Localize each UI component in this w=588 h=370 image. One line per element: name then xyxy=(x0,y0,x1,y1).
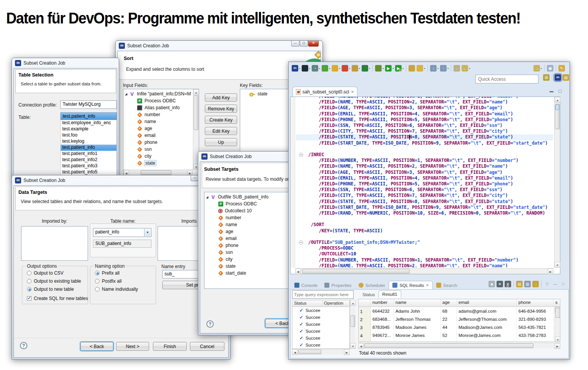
chevron-down-icon[interactable]: ▼ xyxy=(144,229,151,236)
vertical-scrollbar[interactable]: ▲▼ xyxy=(350,300,355,349)
minimize-view-icon[interactable]: ▬ xyxy=(550,89,553,93)
back-history-tool[interactable]: ←▾ xyxy=(462,65,470,72)
radio-icon[interactable] xyxy=(95,287,100,292)
tree-item[interactable]: Outfile SUB_patient_info xyxy=(205,193,291,200)
new-wizard-tool[interactable] xyxy=(409,65,415,72)
maximize-view-icon[interactable]: ▢ xyxy=(558,89,562,93)
radio-option[interactable]: Output to CSV xyxy=(27,270,81,276)
orca-tool[interactable]: ▾ xyxy=(302,65,310,72)
brush-tool[interactable]: ▾ xyxy=(417,65,425,72)
result-tab[interactable]: Result1 xyxy=(379,290,401,298)
status-row[interactable]: ✓ Succee xyxy=(292,321,349,328)
view-menu-button[interactable]: ▽ xyxy=(544,281,550,287)
pin-result-button[interactable]: → xyxy=(532,281,539,287)
close-tab-icon[interactable]: ✕ xyxy=(351,90,354,94)
tree-item[interactable]: number xyxy=(205,214,291,221)
restore-panel-button[interactable]: □ xyxy=(560,281,566,287)
subset-targets-tree[interactable]: Outfile SUB_patient_info Process ODBC xyxy=(204,192,292,289)
input-fields-tree[interactable]: Infile "patient_info;DSN=M Process ODBC xyxy=(123,89,199,176)
panel-tab[interactable]: Properties ✕ xyxy=(321,281,355,289)
checkbox-icon[interactable] xyxy=(27,296,32,301)
status-row[interactable]: ✓ Succee xyxy=(292,314,349,321)
table-field[interactable]: test.patient_info xyxy=(60,112,117,120)
tree-item[interactable]: number xyxy=(124,111,193,118)
script-editor[interactable]: /FIELD=(NUMBER, TYPE=ASCII, POSITION=1, … xyxy=(290,97,560,274)
radio-icon[interactable] xyxy=(95,279,100,283)
stopwatch-tool[interactable]: ◔▾ xyxy=(312,65,320,72)
key-action-button[interactable]: Create Key xyxy=(205,116,237,124)
table-row[interactable]: 1 6644232 Adams John 68 adams@gmail.com … xyxy=(359,307,560,315)
tree-item[interactable]: city xyxy=(205,256,291,263)
pen-tool[interactable]: ✎ xyxy=(558,65,565,72)
export-result-button[interactable]: ▤ xyxy=(516,281,523,287)
table-list-item[interactable]: test.patient_info5 xyxy=(61,169,116,175)
radio-option[interactable]: Postfix all xyxy=(95,278,138,284)
horizontal-scrollbar[interactable]: ◀▶ xyxy=(292,349,350,355)
shield-tool[interactable]: ▾ xyxy=(332,65,340,72)
table-row[interactable]: 2 683468... Jefferson Thomas 22 Jefferso… xyxy=(359,315,560,323)
panel-tab[interactable]: Console ✕ xyxy=(291,281,321,289)
remove-all-results-button[interactable]: ✕ xyxy=(505,281,511,287)
tree-item[interactable]: Process ODBC xyxy=(124,97,193,104)
panel-tab[interactable]: SQL Results ✕ xyxy=(389,281,433,289)
sql-table-header[interactable]: number name age email phone s xyxy=(359,299,560,307)
tree-item[interactable]: start_date xyxy=(205,270,291,277)
status-row[interactable]: ✓ Succee xyxy=(292,307,349,314)
connection-profile-combo[interactable]: Twister MySQLorg xyxy=(60,100,117,109)
radio-option[interactable]: Name individually xyxy=(95,287,138,292)
tree-item[interactable]: state xyxy=(124,160,193,167)
tree-item[interactable]: Alias patient_info xyxy=(124,104,193,111)
imported-by-box[interactable] xyxy=(21,226,88,261)
table-list-item[interactable]: test.patient_info3 xyxy=(61,163,116,169)
panel-tab[interactable]: Search ✕ xyxy=(433,281,460,289)
expand-arrow-icon[interactable] xyxy=(206,195,211,199)
panel-tab[interactable]: Scheduler ✕ xyxy=(355,281,389,289)
open-perspective-button[interactable]: ⊞ xyxy=(543,74,550,81)
forward-nav-tool[interactable]: →▾ xyxy=(533,65,542,72)
next-button[interactable]: Next > xyxy=(116,342,149,351)
table-list-item[interactable]: test.employee_info_enc xyxy=(61,120,116,126)
radio-option[interactable]: Output to new table xyxy=(27,287,81,292)
back-button[interactable]: < Back xyxy=(80,342,113,351)
close-tab-icon[interactable]: ✕ xyxy=(426,283,429,287)
subset-table-field[interactable]: SUB_patient_info xyxy=(93,240,151,248)
tree-item[interactable]: ssn xyxy=(124,146,193,153)
resource-perspective-button[interactable]: ▤ xyxy=(563,74,569,81)
editor-tab[interactable]: sah_subset_script0.scl ✕ xyxy=(292,87,357,97)
tree-item[interactable]: state xyxy=(205,263,291,270)
iri-perspective-button[interactable]: IRI xyxy=(555,74,561,81)
radio-option[interactable]: Prefix all xyxy=(95,270,138,276)
export-tool[interactable]: ↑▾ xyxy=(440,65,448,72)
status-row[interactable]: ✓ Succee xyxy=(292,335,349,342)
tree-item[interactable]: age xyxy=(124,125,193,132)
prefix-input[interactable]: sub_ xyxy=(162,270,199,278)
radio-icon[interactable] xyxy=(27,287,32,292)
radio-icon[interactable] xyxy=(27,279,32,283)
table-list-item[interactable]: test.foo xyxy=(61,132,116,138)
subset-targets-titlebar[interactable]: IRI Subset Creation Job xyxy=(198,152,294,162)
last-edit-tool[interactable]: ▣ xyxy=(547,65,553,72)
tree-item[interactable]: city xyxy=(124,153,193,160)
minimize-panel-button[interactable]: — xyxy=(552,281,558,287)
cancel-button[interactable]: Cancel xyxy=(190,342,224,351)
open-log-button[interactable]: ▥ xyxy=(524,281,531,287)
radio-icon[interactable] xyxy=(95,271,100,275)
back-nav-tool[interactable]: ← xyxy=(453,65,460,72)
key-action-button[interactable]: Add Key xyxy=(205,93,237,102)
table-row[interactable]: 4 949672... Monroe James 52 Monroe@James… xyxy=(359,331,560,339)
quick-access-input[interactable] xyxy=(475,75,538,83)
vertical-scrollbar[interactable]: ▲▼ xyxy=(555,307,560,342)
caterpillar-tool[interactable]: ▾ xyxy=(322,65,330,72)
key-action-button[interactable]: Edit Key xyxy=(205,127,237,135)
status-row[interactable]: ✓ Succee xyxy=(292,328,349,335)
tree-item[interactable]: age xyxy=(205,228,291,235)
drone-tool[interactable]: ▾ xyxy=(352,65,360,72)
close-button[interactable]: ✕ xyxy=(308,41,319,47)
help-icon[interactable]: ? xyxy=(20,342,27,349)
maximize-button[interactable]: ▢ xyxy=(300,41,308,47)
radio-icon[interactable] xyxy=(27,271,32,275)
tree-item[interactable]: phone xyxy=(124,139,193,146)
horizontal-scrollbar[interactable]: ◀▶ xyxy=(358,343,560,348)
table-row[interactable]: 5 486093 Jackson An... 90 Jackson@An... … xyxy=(359,339,560,342)
code-area[interactable]: /FIELD=(NUMBER, TYPE=ASCII, POSITION=1, … xyxy=(296,97,553,267)
